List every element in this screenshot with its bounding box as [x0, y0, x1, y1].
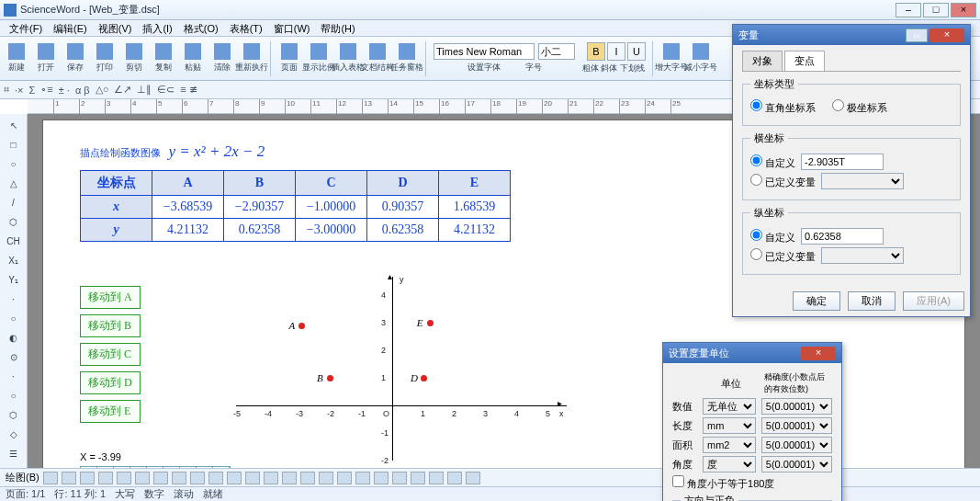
- prec-select[interactable]: 5(0.00001): [761, 398, 832, 415]
- radio-rect[interactable]: 直角坐标系: [750, 99, 816, 115]
- tool-icon[interactable]: ◐: [6, 330, 22, 347]
- tool-icon[interactable]: /: [6, 195, 22, 211]
- tool-icon[interactable]: Y₁: [6, 272, 22, 289]
- bottom-tool[interactable]: [153, 472, 168, 484]
- bottom-tool[interactable]: [190, 472, 205, 484]
- toolbar-增大字号[interactable]: 增大字号: [659, 40, 684, 78]
- h-custom-radio[interactable]: 自定义: [750, 154, 795, 170]
- v-custom-input[interactable]: [801, 228, 884, 245]
- tool-icon[interactable]: ◇: [6, 427, 22, 443]
- toolbar-文档结构[interactable]: 文档结构: [365, 40, 390, 78]
- tool-icon[interactable]: △: [6, 176, 22, 192]
- formula-symbol[interactable]: α β: [75, 85, 90, 96]
- bottom-tab[interactable]: 绘图(B): [6, 471, 39, 484]
- maximize-button[interactable]: □: [923, 3, 949, 17]
- h-custom-input[interactable]: [801, 154, 884, 170]
- move-button[interactable]: 移动到 A: [80, 286, 141, 309]
- move-button[interactable]: 移动到 B: [80, 314, 141, 337]
- v-defined-select[interactable]: [821, 247, 904, 264]
- toolbar-插入表格[interactable]: 插入表格: [335, 40, 361, 78]
- v-defined-radio[interactable]: 已定义变量: [750, 248, 816, 264]
- bottom-tool[interactable]: [300, 472, 315, 484]
- bottom-tool[interactable]: [264, 472, 278, 484]
- bottom-tool[interactable]: [466, 472, 480, 484]
- h-defined-radio[interactable]: 已定义变量: [750, 174, 816, 189]
- menu-item[interactable]: 格式(O): [178, 20, 224, 36]
- tab-varpoint[interactable]: 变点: [784, 51, 825, 71]
- bottom-tool[interactable]: [62, 472, 76, 484]
- prec-select[interactable]: 5(0.00001): [761, 456, 832, 473]
- menu-item[interactable]: 帮助(H): [315, 20, 360, 36]
- formula-symbol[interactable]: ∈⊂: [157, 84, 175, 96]
- toolbar-显示比例[interactable]: 显示比例: [306, 40, 332, 78]
- bottom-tool[interactable]: [429, 472, 444, 484]
- variable-dialog[interactable]: 变量 ‹‹ × 对象 变点 坐标类型 直角坐标系 极坐标系 横坐标 自定义 已定…: [732, 24, 971, 317]
- unit-select[interactable]: mm2: [703, 437, 756, 453]
- tool-icon[interactable]: ⬡: [6, 407, 22, 424]
- 下划线[interactable]: U: [627, 42, 646, 61]
- toolbar-剪切[interactable]: 剪切: [121, 40, 147, 78]
- 斜体[interactable]: I: [607, 42, 625, 61]
- bottom-tool[interactable]: [172, 472, 186, 484]
- bottom-tool[interactable]: [227, 472, 242, 484]
- bottom-tool[interactable]: [374, 472, 389, 484]
- bottom-tool[interactable]: [282, 472, 297, 484]
- toolbar-打印[interactable]: 打印: [92, 40, 118, 78]
- menu-item[interactable]: 插入(I): [137, 20, 177, 36]
- prec-select[interactable]: 5(0.00001): [761, 437, 832, 453]
- tool-icon[interactable]: □: [6, 137, 22, 154]
- menu-item[interactable]: 窗口(W): [268, 20, 316, 36]
- menu-item[interactable]: 视图(V): [93, 20, 138, 36]
- v-custom-radio[interactable]: 自定义: [750, 229, 795, 245]
- minimize-button[interactable]: –: [896, 3, 921, 17]
- formula-symbol[interactable]: ∘≡: [40, 84, 52, 96]
- toolbar-保存[interactable]: 保存: [62, 40, 88, 78]
- formula-symbol[interactable]: △○: [96, 84, 109, 96]
- formula-symbol[interactable]: Σ: [28, 85, 35, 96]
- move-button[interactable]: 移动到 C: [80, 343, 141, 366]
- toolbar-新建[interactable]: 新建: [4, 40, 29, 78]
- menu-item[interactable]: 编辑(E): [48, 20, 93, 36]
- move-button[interactable]: 移动到 E: [80, 400, 141, 423]
- ok-button[interactable]: 确定: [793, 291, 840, 311]
- radio-polar[interactable]: 极坐标系: [832, 99, 887, 115]
- toolbar-重新执行[interactable]: 重新执行: [239, 40, 265, 78]
- bottom-tool[interactable]: [80, 472, 95, 484]
- tool-icon[interactable]: X₁: [6, 253, 22, 269]
- bottom-tool[interactable]: [355, 472, 370, 484]
- formula-symbol[interactable]: ⊥∥: [137, 84, 152, 96]
- unit-select[interactable]: 度: [703, 456, 756, 473]
- toolbar-复制[interactable]: 复制: [151, 40, 176, 78]
- move-button[interactable]: 移动到 D: [80, 371, 141, 394]
- tool-icon[interactable]: ○: [6, 388, 22, 404]
- formula-symbol[interactable]: ·×: [15, 85, 23, 96]
- tool-icon[interactable]: ○: [6, 156, 22, 173]
- toolbar-清除[interactable]: 清除: [209, 40, 235, 78]
- tab-object[interactable]: 对象: [742, 51, 783, 71]
- unit-select[interactable]: 无单位: [703, 398, 756, 415]
- dlg-var-min[interactable]: ‹‹: [906, 28, 928, 42]
- tool-icon[interactable]: ↖: [6, 118, 22, 134]
- toolbar-减小字号[interactable]: 减小字号: [688, 40, 714, 78]
- toolbar-粘贴[interactable]: 粘贴: [180, 40, 206, 78]
- bottom-tool[interactable]: [392, 472, 407, 484]
- toolbar-任务窗格[interactable]: 任务窗格: [394, 40, 420, 78]
- bottom-tool[interactable]: [447, 472, 462, 484]
- font-select[interactable]: [434, 43, 535, 60]
- dlg-var-close[interactable]: ×: [929, 28, 964, 42]
- angle-180-check[interactable]: 角度小于等于180度: [672, 475, 774, 491]
- tool-icon[interactable]: ⬡: [6, 214, 22, 231]
- 粗体[interactable]: B: [587, 42, 605, 61]
- tool-icon[interactable]: ·: [6, 291, 22, 308]
- bottom-tool[interactable]: [43, 472, 58, 484]
- menu-item[interactable]: 表格(T): [224, 20, 268, 36]
- bottom-tool[interactable]: [319, 472, 333, 484]
- bottom-tool[interactable]: [411, 472, 425, 484]
- h-defined-select[interactable]: [821, 173, 904, 189]
- bottom-tool[interactable]: [135, 472, 150, 484]
- tool-icon[interactable]: ·: [6, 369, 22, 385]
- cancel-button[interactable]: 取消: [848, 291, 896, 311]
- toolbar-页面[interactable]: 页面: [276, 40, 302, 78]
- toolbar-打开[interactable]: 打开: [33, 40, 59, 78]
- dlg-unit-close[interactable]: ×: [801, 347, 836, 360]
